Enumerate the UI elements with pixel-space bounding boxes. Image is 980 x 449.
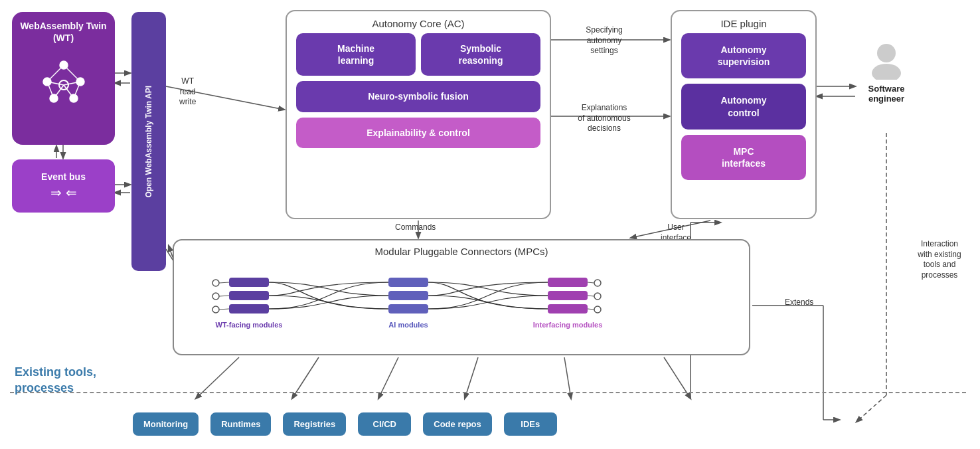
ide-plugin-box: IDE plugin Autonomysupervision Autonomyc… <box>671 10 817 219</box>
svg-point-58 <box>594 306 601 313</box>
existing-tools-label: Existing tools,processes <box>15 365 96 396</box>
wt-read-write-1-label: WTreadwrite <box>179 76 196 108</box>
dashed-separator <box>10 392 966 393</box>
explanations-label: Explanationsof autonomousdecisions <box>561 103 647 134</box>
specifying-label: Specifyingautonomysettings <box>564 25 644 56</box>
svg-point-42 <box>877 44 896 62</box>
ac-title: Autonomy Core (AC) <box>287 11 550 33</box>
interaction-label: Interactionwith existingtools andprocess… <box>903 239 976 280</box>
wt-title: WebAssembly Twin (WT) <box>19 20 108 44</box>
svg-line-40 <box>54 85 64 98</box>
wt-box: WebAssembly Twin (WT) <box>12 12 115 145</box>
ide-mpc-interfaces: MPCinterfaces <box>681 135 806 180</box>
svg-rect-52 <box>388 304 428 314</box>
svg-line-60 <box>219 296 229 296</box>
ide-autonomy-control: Autonomycontrol <box>681 84 806 129</box>
ac-symbolic-reasoning: Symbolicreasoning <box>421 33 540 76</box>
svg-rect-47 <box>229 278 269 287</box>
ac-machine-learning: Machinelearning <box>296 33 416 76</box>
tool-code-repos: Code repos <box>423 412 492 436</box>
engineer-avatar-icon <box>866 40 906 80</box>
mpc-box: Modular Pluggable Connectors (MPCs) <box>173 239 750 355</box>
ide-title: IDE plugin <box>672 11 815 33</box>
svg-point-44 <box>212 280 219 286</box>
svg-point-43 <box>872 64 901 80</box>
tool-runtimes: Runtimes <box>210 412 271 436</box>
ide-modules: Autonomysupervision Autonomycontrol MPCi… <box>672 33 815 185</box>
svg-text:AI modules: AI modules <box>388 321 428 329</box>
svg-line-61 <box>219 309 229 310</box>
svg-text:Interfacing modules: Interfacing modules <box>533 321 603 329</box>
svg-point-46 <box>212 306 219 313</box>
svg-rect-53 <box>548 278 588 287</box>
event-bus-title: Event bus <box>41 171 86 182</box>
mpc-title: Modular Pluggable Connectors (MPCs) <box>174 240 749 260</box>
tools-row: Monitoring Runtimes Registries CI/CD Cod… <box>133 412 557 436</box>
ac-neuro-symbolic: Neuro-symbolic fusion <box>296 81 540 112</box>
left-arrow-icon: ⇐ <box>66 185 77 201</box>
ide-autonomy-supervision: Autonomysupervision <box>681 33 806 78</box>
svg-line-62 <box>588 282 594 283</box>
svg-line-16 <box>857 395 886 422</box>
svg-line-59 <box>219 282 229 283</box>
svg-line-41 <box>64 85 74 98</box>
event-bus-box: Event bus ⇒ ⇐ <box>12 159 115 213</box>
api-label: Open WebAssembly Twin API <box>144 86 153 197</box>
svg-line-63 <box>588 296 594 296</box>
api-box: Open WebAssembly Twin API <box>131 12 166 271</box>
commands-label: Commands <box>395 223 436 233</box>
svg-rect-50 <box>388 278 428 287</box>
svg-point-56 <box>594 280 601 286</box>
diagram: WebAssembly Twin (WT) Event bus ⇒ ⇐ <box>0 0 980 449</box>
svg-rect-49 <box>229 304 269 314</box>
svg-point-57 <box>594 293 601 300</box>
tool-registries: Registries <box>283 412 346 436</box>
svg-line-35 <box>64 65 80 82</box>
svg-rect-48 <box>229 291 269 300</box>
svg-line-64 <box>588 309 594 310</box>
right-arrow-icon: ⇒ <box>50 185 62 201</box>
tool-monitoring: Monitoring <box>133 412 199 436</box>
svg-text:WT-facing modules: WT-facing modules <box>216 321 283 329</box>
event-bus-arrows-icon: ⇒ ⇐ <box>50 185 77 201</box>
svg-rect-51 <box>388 291 428 300</box>
svg-point-45 <box>212 293 219 300</box>
mpc-connector-diagram: WT-facing modules AI modules Interfacing… <box>196 263 727 336</box>
software-engineer: Software engineer <box>857 40 916 104</box>
ac-modules: Machinelearning Symbolicreasoning Neuro-… <box>287 33 550 153</box>
tool-ides: IDEs <box>504 412 557 436</box>
engineer-label: Software engineer <box>857 84 916 104</box>
extends-label: Extends <box>785 298 813 308</box>
autonomy-core-box: Autonomy Core (AC) Machinelearning Symbo… <box>286 10 551 219</box>
svg-rect-55 <box>548 304 588 314</box>
ac-explainability: Explainability & control <box>296 118 540 148</box>
wt-network-icon <box>34 52 94 112</box>
mpc-connectors: WT-facing modules AI modules Interfacing… <box>174 260 749 339</box>
svg-line-34 <box>47 65 64 82</box>
tool-cicd: CI/CD <box>358 412 411 436</box>
svg-rect-54 <box>548 291 588 300</box>
